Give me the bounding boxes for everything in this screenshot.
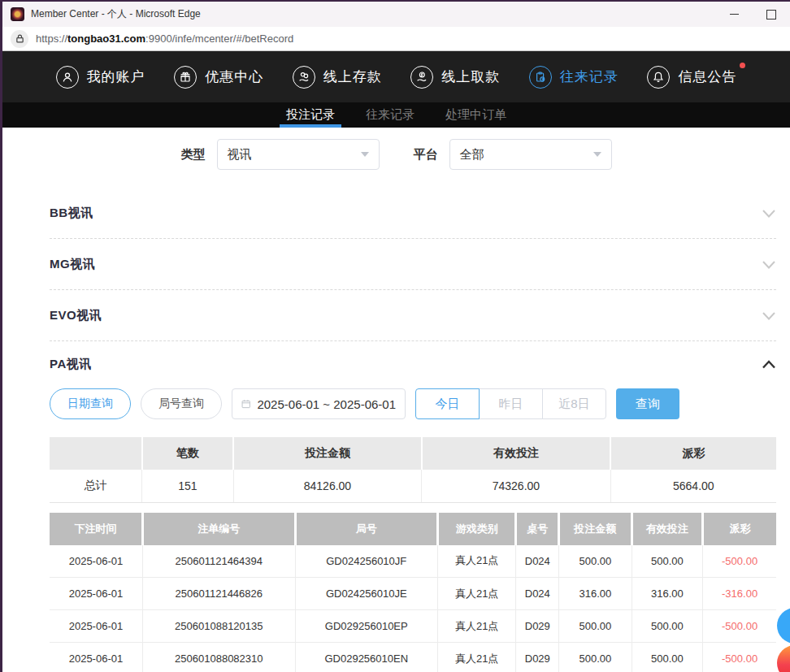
section-pa-video[interactable]: PA视讯	[50, 341, 776, 387]
titlebar: Member Center - 个人 - Microsoft Edge	[2, 2, 790, 27]
col-round-id: 局号	[295, 513, 437, 545]
nav-withdraw[interactable]: 线上取款	[410, 66, 500, 89]
table-row: 2025-06-01 250601088120135 GD029256010EP…	[50, 610, 776, 643]
gift-icon	[174, 66, 197, 89]
nav-my-account[interactable]: 我的账户	[56, 66, 145, 89]
summary-header-count: 笔数	[142, 437, 234, 470]
summary-header-payout: 派彩	[610, 437, 776, 470]
hand-coins-icon	[293, 66, 315, 89]
calendar-icon	[241, 397, 250, 410]
table-row: 2025-06-01 250601121464394 GD024256010JF…	[50, 545, 776, 578]
col-game-type: 游戏类别	[437, 513, 516, 545]
nav-deposit[interactable]: 线上存款	[293, 66, 382, 89]
summary-valid-bet: 74326.00	[422, 470, 610, 502]
today-button[interactable]: 今日	[415, 388, 480, 419]
platform-label: 平台	[414, 147, 438, 163]
type-label: 类型	[181, 147, 206, 163]
notification-dot	[740, 63, 745, 68]
browser-window: Member Center - 个人 - Microsoft Edge http…	[0, 0, 790, 672]
date-query-button[interactable]: 日期查询	[50, 388, 131, 419]
section-mg-video[interactable]: MG视讯	[50, 239, 776, 290]
chevron-down-icon	[762, 258, 776, 271]
clipboard-clock-icon	[529, 66, 552, 89]
platform-select[interactable]: 全部	[449, 139, 612, 170]
summary-count: 151	[142, 470, 234, 502]
date-range-input[interactable]: 2025-06-01 ~ 2025-06-01	[232, 388, 406, 419]
site-favicon	[11, 7, 24, 21]
tab-transaction-record[interactable]: 往来记录	[363, 102, 417, 128]
pa-toolbar: 日期查询 局号查询 2025-06-01 ~ 2025-06-01 今日 昨日 …	[50, 388, 776, 419]
tab-pending-orders[interactable]: 处理中订单	[443, 102, 509, 128]
chevron-down-icon	[762, 310, 776, 322]
round-query-button[interactable]: 局号查询	[141, 388, 222, 419]
nav-transaction-records[interactable]: 往来记录	[529, 66, 619, 89]
sub-nav: 投注记录 往来记录 处理中订单	[2, 102, 790, 128]
col-bet-time: 下注时间	[50, 513, 142, 545]
summary-header-valid-bet: 有效投注	[422, 437, 610, 470]
table-row: 2025-06-01 250601088082310 GD029256010EN…	[50, 643, 776, 672]
page-content: 类型 视讯 平台 全部 BB视讯 MG视讯	[2, 128, 790, 672]
hand-dollar-icon	[410, 66, 433, 89]
url-bar[interactable]: https://tongbao31.com:9900/infe/mcenter/…	[2, 27, 790, 51]
chevron-down-icon	[762, 207, 776, 219]
last-8-days-button[interactable]: 近8日	[542, 388, 606, 419]
nav-announcements[interactable]: 信息公告	[647, 66, 736, 89]
summary-total-row: 总计 151 84126.00 74326.00 5664.00	[50, 470, 776, 502]
col-valid-bet: 有效投注	[632, 513, 703, 545]
bell-icon	[647, 66, 670, 89]
tab-bet-record[interactable]: 投注记录	[284, 102, 337, 128]
col-bet-amount: 投注金额	[559, 513, 632, 545]
summary-bet-amount: 84126.00	[233, 470, 422, 502]
col-payout: 派彩	[703, 513, 776, 545]
section-evo-video[interactable]: EVO视讯	[50, 290, 776, 341]
bet-detail-table: 下注时间 注单编号 局号 游戏类别 桌号 投注金额 有效投注 派彩 2025-0…	[50, 513, 776, 672]
summary-header-blank	[50, 437, 142, 470]
table-row: 2025-06-01 250601121446826 GD024256010JE…	[50, 578, 776, 610]
lock-icon[interactable]	[11, 30, 28, 48]
col-order-id: 注单编号	[142, 513, 295, 545]
window-title: Member Center - 个人 - Microsoft Edge	[31, 7, 201, 21]
main-nav: 我的账户 优惠中心 线上存款	[2, 51, 790, 102]
filter-bar: 类型 视讯 平台 全部	[2, 139, 790, 170]
caret-down-icon	[361, 152, 369, 157]
summary-total-label: 总计	[50, 470, 142, 502]
quick-range-group: 今日 昨日 近8日	[415, 388, 606, 419]
search-button[interactable]: 查询	[616, 388, 679, 419]
summary-header-bet-amount: 投注金额	[233, 437, 422, 470]
summary-table: 笔数 投注金额 有效投注 派彩 总计 151 84126.00 74326.00…	[50, 437, 776, 503]
summary-payout: 5664.00	[610, 470, 776, 502]
minimize-button[interactable]	[715, 2, 753, 27]
nav-promotions[interactable]: 优惠中心	[174, 66, 263, 89]
col-table-no: 桌号	[516, 513, 559, 545]
yesterday-button[interactable]: 昨日	[479, 388, 543, 419]
address-text[interactable]: https://tongbao31.com:9900/infe/mcenter/…	[36, 33, 293, 45]
maximize-button[interactable]	[753, 2, 790, 27]
type-select[interactable]: 视讯	[217, 139, 380, 170]
section-bb-video[interactable]: BB视讯	[50, 188, 776, 239]
chevron-up-icon	[762, 358, 776, 371]
caret-down-icon	[593, 152, 601, 157]
user-icon	[56, 66, 79, 89]
